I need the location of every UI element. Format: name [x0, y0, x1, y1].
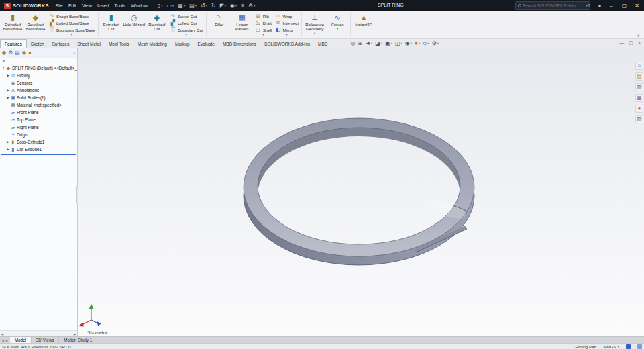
tab-features[interactable]: Features	[0, 39, 27, 48]
draft-button[interactable]: ◺ Draft	[255, 19, 272, 26]
redo-button[interactable]: ↻	[209, 3, 218, 9]
tab-scroll-right-icon[interactable]: »	[5, 338, 7, 342]
view-palette-icon[interactable]: ▦	[635, 94, 643, 102]
tab-solidworks-add-ins[interactable]: SOLIDWORKS Add-Ins	[260, 40, 314, 48]
tree-item-origin[interactable]: + Origin	[0, 131, 77, 138]
featuremanager-tab-icon[interactable]: ◆	[2, 50, 6, 56]
edit-appearance-button[interactable]: ●▾	[415, 41, 420, 46]
doc-minimize-button[interactable]: —	[619, 40, 624, 46]
print-button[interactable]: ▤▾	[187, 3, 199, 9]
section-view-button[interactable]: ◪▾	[375, 41, 382, 46]
shell-button[interactable]: ◻ Shell	[255, 26, 272, 33]
chevron-down-icon[interactable]: ▾	[172, 4, 174, 7]
rib-button[interactable]: ▤ Rib	[255, 13, 272, 19]
design-library-icon[interactable]: ▤	[635, 72, 643, 81]
help-button[interactable]: ?	[584, 3, 594, 9]
model-split-ring[interactable]	[244, 118, 474, 265]
hide-show-items-button[interactable]: ◉▾	[405, 41, 412, 46]
chevron-down-icon[interactable]: ▾	[371, 42, 372, 45]
revolved-cut-button[interactable]: ◆ Revolved Cut	[146, 12, 168, 38]
chevron-down-icon[interactable]: ▾	[195, 4, 197, 7]
resources-icon[interactable]: ⌂	[635, 62, 643, 70]
dimxpertmanager-tab-icon[interactable]: ◈	[22, 50, 26, 56]
chevron-down-icon[interactable]: ▾	[274, 33, 299, 37]
chevron-down-icon[interactable]: ▾	[618, 345, 619, 348]
undo-button[interactable]: ↺▾	[199, 3, 209, 9]
menu-edit[interactable]: Edit	[66, 2, 79, 9]
chevron-down-icon[interactable]: ▾	[235, 4, 237, 7]
chevron-down-icon[interactable]: ▾	[206, 4, 207, 7]
file-explorer-icon[interactable]: ▥	[635, 83, 643, 91]
chevron-down-icon[interactable]: ▾	[255, 33, 272, 37]
fillet-button[interactable]: ◝ Fillet	[208, 12, 231, 38]
menu-tools[interactable]: Tools	[112, 2, 128, 9]
chevron-down-icon[interactable]: ▾	[391, 42, 392, 45]
curves-button[interactable]: ∿ Curves ▾	[326, 12, 349, 38]
chevron-down-icon[interactable]: ▾	[254, 4, 255, 7]
graphics-area[interactable]: *Isometric ⌂ ▤ ▥ ▦ ● ▧	[78, 48, 644, 336]
file-properties-button[interactable]: ≡	[239, 3, 246, 9]
wrap-button[interactable]: ∩ Wrap	[274, 13, 299, 19]
tab-surfaces[interactable]: Surfaces	[48, 40, 74, 48]
menu-window[interactable]: Window	[128, 2, 150, 9]
apply-scene-button[interactable]: ◇▾	[423, 41, 429, 46]
tree-item-cut-extrude1[interactable]: ▶ ▮ Cut-Extrude1	[0, 146, 77, 153]
chevron-down-icon[interactable]: ▾	[314, 32, 315, 36]
lofted-cut-button[interactable]: ▞ Lofted Cut	[170, 19, 203, 26]
scroll-right-icon[interactable]: ▸	[74, 332, 76, 336]
tab-3d-views[interactable]: 3D Views	[32, 337, 59, 343]
ribbon-collapse-icon[interactable]: ∧	[637, 33, 640, 38]
filter-icon[interactable]: ▼	[2, 59, 5, 63]
appearances-icon[interactable]: ●	[635, 105, 643, 113]
extruded-boss-base-button[interactable]: ▮ Extruded Boss/Base	[1, 12, 24, 38]
tree-horizontal-scrollbar[interactable]: ◂ ▸	[0, 330, 77, 336]
chevron-down-icon[interactable]: ▾	[161, 4, 162, 7]
displaymanager-tab-icon[interactable]: ●	[28, 50, 32, 56]
options-button[interactable]: ⚙▾	[246, 3, 257, 9]
tab-mbd-dimensions[interactable]: MBD Dimensions	[219, 40, 260, 48]
new-document-button[interactable]: ▯▾	[156, 3, 165, 9]
chevron-down-icon[interactable]: ▾	[184, 4, 185, 7]
tree-item-top-plane[interactable]: ▱ Top Plane	[0, 116, 77, 123]
menu-view[interactable]: View	[79, 2, 95, 9]
swept-boss-base-button[interactable]: ∿ Swept Boss/Base	[48, 13, 95, 19]
chevron-down-icon[interactable]: ▾	[337, 27, 338, 31]
status-tag-icon[interactable]	[626, 344, 631, 349]
intersect-button[interactable]: ⊗ Intersect	[274, 19, 299, 26]
boundary-cut-button[interactable]: ▒ Boundary Cut	[170, 26, 203, 33]
tree-item-right-plane[interactable]: ▱ Right Plane	[0, 123, 77, 131]
chevron-down-icon[interactable]: ▾	[437, 42, 439, 45]
custom-properties-icon[interactable]: ▧	[635, 115, 643, 123]
tab-model[interactable]: Model	[10, 337, 32, 343]
select-button[interactable]: ◤▾	[218, 3, 228, 9]
user-profile-icon[interactable]: ●	[595, 3, 604, 9]
zoom-fit-button[interactable]: ◎	[350, 41, 355, 46]
menu-file[interactable]: File	[53, 2, 66, 9]
tree-item-part-root[interactable]: ▼ ◆ SPLIT RING (Default) <<Default>_Disp	[0, 64, 77, 72]
mirror-button[interactable]: ◧ Mirror	[274, 26, 299, 33]
tab-mbd[interactable]: MBD	[314, 40, 331, 48]
hole-wizard-button[interactable]: ◎ Hole Wizard	[123, 12, 146, 38]
chevron-right-icon[interactable]: ›	[73, 50, 75, 56]
tab-evaluate[interactable]: Evaluate	[194, 40, 219, 48]
tree-item-material[interactable]: ▦ Material <not specified>	[0, 101, 77, 109]
linear-pattern-button[interactable]: ▦ Linear Pattern	[231, 12, 254, 38]
search-box[interactable]: ▾	[515, 1, 590, 10]
maximize-button[interactable]: ▢	[619, 3, 630, 9]
display-style-button[interactable]: ◫▾	[395, 41, 402, 46]
boundary-boss-base-button[interactable]: ▒ Boundary Boss/Base	[48, 26, 95, 33]
tab-motion-study-1[interactable]: Motion Study 1	[59, 337, 97, 343]
graphics-canvas[interactable]: *Isometric	[78, 48, 644, 336]
units-selector[interactable]: MMGS ▾	[603, 344, 619, 349]
chevron-down-icon[interactable]: ▾	[381, 42, 382, 45]
close-button[interactable]: ✕	[631, 3, 643, 9]
tree-item-sensors[interactable]: ◉ Sensors	[0, 79, 77, 87]
status-web-icon[interactable]	[637, 344, 642, 349]
extruded-cut-button[interactable]: ▮ Extruded Cut	[100, 12, 123, 38]
tab-sketch[interactable]: Sketch	[27, 40, 48, 48]
lofted-boss-base-button[interactable]: ▞ Lofted Boss/Base	[48, 19, 95, 26]
rollback-bar[interactable]	[1, 154, 76, 155]
tree-item-history[interactable]: ▶ ↺ History	[0, 72, 77, 79]
chevron-down-icon[interactable]: ▾	[411, 42, 412, 45]
tab-markup[interactable]: Markup	[171, 40, 194, 48]
